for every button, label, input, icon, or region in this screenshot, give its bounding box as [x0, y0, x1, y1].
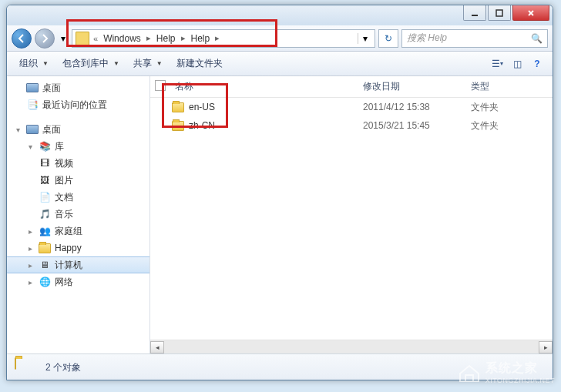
folder-icon	[15, 358, 38, 378]
sidebar-item-computer[interactable]: ▸🖥计算机	[7, 256, 149, 273]
expand-icon[interactable]: ▸	[25, 278, 35, 286]
sidebar-item-videos[interactable]: 🎞视频	[7, 155, 149, 172]
homegroup-icon: 👥	[38, 224, 52, 238]
folder-icon	[172, 102, 184, 112]
file-row[interactable]: en-US 2011/4/12 15:38 文件夹	[150, 98, 553, 116]
horizontal-scrollbar[interactable]: ◂ ▸	[150, 340, 553, 353]
select-all-checkbox[interactable]	[155, 80, 166, 91]
titlebar	[7, 5, 553, 25]
new-folder-button[interactable]: 新建文件夹	[170, 54, 229, 73]
breadcrumb-prefix: «	[91, 34, 100, 43]
share-menu[interactable]: 共享▼	[127, 54, 169, 73]
history-dropdown[interactable]: ▾	[58, 28, 69, 49]
expand-icon[interactable]: ▾	[13, 126, 22, 134]
explorer-body: 桌面 📑最近访问的位置 ▾桌面 ▾📚库 🎞视频 🖼图片 📄文档 🎵音乐 ▸👥家庭…	[7, 76, 553, 353]
include-in-library-menu[interactable]: 包含到库中▼	[56, 54, 126, 73]
address-dropdown[interactable]: ▾	[358, 33, 371, 44]
maximize-button[interactable]	[488, 5, 511, 21]
music-icon: 🎵	[38, 207, 52, 221]
preview-pane-button[interactable]: ◫	[508, 55, 526, 72]
breadcrumb-seg[interactable]: Windows	[102, 32, 143, 45]
help-button[interactable]: ?	[528, 55, 546, 72]
view-options-button[interactable]: ☰▾	[488, 55, 506, 72]
picture-icon: 🖼	[38, 173, 52, 187]
column-name[interactable]: 名称	[172, 80, 363, 93]
search-icon: 🔍	[531, 33, 543, 44]
svg-rect-1	[496, 10, 502, 16]
folder-icon	[172, 121, 184, 131]
file-date: 2015/3/21 15:45	[363, 120, 471, 131]
column-date[interactable]: 修改日期	[363, 80, 471, 93]
breadcrumb-seg[interactable]: Help	[190, 32, 212, 45]
scroll-track[interactable]	[164, 341, 539, 353]
chevron-right-icon[interactable]: ▸	[144, 33, 153, 43]
sidebar-item-homegroup[interactable]: ▸👥家庭组	[7, 223, 149, 240]
expand-icon[interactable]: ▸	[25, 227, 35, 236]
breadcrumb-seg[interactable]: Help	[155, 32, 177, 45]
recent-icon: 📑	[25, 98, 39, 112]
file-list-pane: 名称 修改日期 类型 en-US 2011/4/12 15:38 文件夹 zh-…	[150, 76, 553, 353]
address-bar[interactable]: « Windows ▸ Help ▸ Help ▸ ▾	[72, 29, 375, 48]
folder-icon	[76, 32, 89, 45]
column-headers: 名称 修改日期 类型	[150, 76, 553, 98]
navbar: ▾ « Windows ▸ Help ▸ Help ▸ ▾ ↻ 搜索 Help …	[7, 25, 553, 52]
back-button[interactable]	[12, 28, 32, 49]
sidebar-item-desktop[interactable]: ▾桌面	[7, 121, 149, 138]
search-input[interactable]: 搜索 Help 🔍	[401, 29, 548, 48]
expand-icon[interactable]: ▸	[25, 261, 35, 270]
explorer-window: ▾ « Windows ▸ Help ▸ Help ▸ ▾ ↻ 搜索 Help …	[6, 5, 553, 380]
video-icon: 🎞	[38, 156, 52, 170]
expand-icon[interactable]: ▸	[25, 244, 35, 253]
scroll-right-button[interactable]: ▸	[539, 341, 553, 353]
sidebar-item-music[interactable]: 🎵音乐	[7, 206, 149, 223]
forward-button[interactable]	[35, 28, 55, 49]
refresh-button[interactable]: ↻	[378, 29, 398, 48]
file-name: zh-CN	[189, 120, 363, 131]
computer-icon: 🖥	[38, 258, 52, 272]
sidebar-item-desktop-fav[interactable]: 桌面	[7, 79, 149, 96]
organize-menu[interactable]: 组织▼	[13, 54, 55, 73]
chevron-right-icon[interactable]: ▸	[179, 33, 188, 43]
sidebar-item-library[interactable]: ▾📚库	[7, 138, 149, 155]
file-type: 文件夹	[471, 101, 499, 114]
user-folder-icon	[38, 241, 52, 255]
scroll-left-button[interactable]: ◂	[150, 341, 164, 353]
expand-icon[interactable]: ▾	[25, 142, 35, 151]
file-list: en-US 2011/4/12 15:38 文件夹 zh-CN 2015/3/2…	[150, 98, 553, 340]
file-date: 2011/4/12 15:38	[363, 102, 471, 112]
file-name: en-US	[189, 102, 363, 112]
search-placeholder: 搜索 Help	[407, 32, 447, 45]
sidebar-item-network[interactable]: ▸🌐网络	[7, 273, 149, 290]
close-button[interactable]	[512, 5, 549, 21]
sidebar-item-documents[interactable]: 📄文档	[7, 189, 149, 206]
desktop-icon	[25, 81, 39, 95]
sidebar-item-happy[interactable]: ▸Happy	[7, 240, 149, 256]
navigation-pane: 桌面 📑最近访问的位置 ▾桌面 ▾📚库 🎞视频 🖼图片 📄文档 🎵音乐 ▸👥家庭…	[7, 76, 150, 353]
toolbar: 组织▼ 包含到库中▼ 共享▼ 新建文件夹 ☰▾ ◫ ?	[7, 52, 553, 76]
network-icon: 🌐	[38, 275, 52, 289]
sidebar-item-pictures[interactable]: 🖼图片	[7, 172, 149, 189]
status-bar: 2 个对象	[7, 353, 553, 380]
chevron-right-icon[interactable]: ▸	[213, 33, 222, 43]
desktop-icon	[25, 122, 39, 136]
file-row[interactable]: zh-CN 2015/3/21 15:45 文件夹	[150, 116, 553, 135]
column-type[interactable]: 类型	[471, 80, 553, 93]
sidebar-item-recent[interactable]: 📑最近访问的位置	[7, 96, 149, 113]
library-icon: 📚	[38, 139, 52, 153]
status-text: 2 个对象	[45, 361, 81, 374]
file-type: 文件夹	[471, 119, 499, 132]
minimize-button[interactable]	[463, 5, 486, 21]
document-icon: 📄	[38, 190, 52, 204]
